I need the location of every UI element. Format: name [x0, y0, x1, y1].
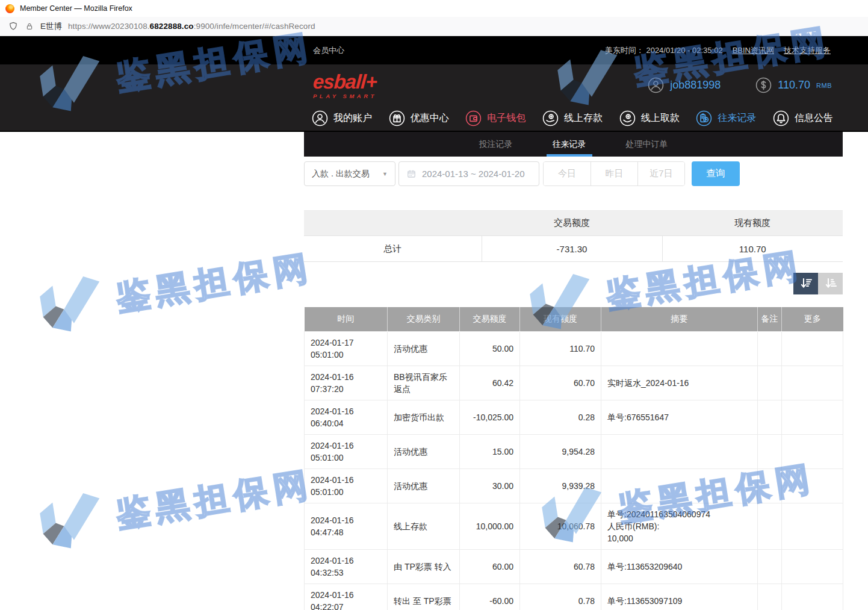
tech-support-link[interactable]: 技术支持服务: [784, 45, 831, 56]
address-url[interactable]: https://www20230108.6822888.co:9900/infe…: [68, 22, 315, 31]
gift-icon: [389, 110, 405, 126]
nav-item-deposit[interactable]: 线上存款: [542, 110, 603, 126]
cell-time: 2024-01-16 04:32:53: [305, 549, 388, 584]
top-strip: 会员中心 美东时间： 2024/01/20 - 02:35:02 BBIN资讯网…: [0, 36, 868, 64]
cell-memo: 实时返水_2024-01-16: [601, 366, 758, 400]
cell-balance: 110.70: [520, 331, 601, 366]
summary-header-transaction: 交易额度: [482, 211, 662, 236]
window-title: Member Center — Mozilla Firefox: [20, 4, 132, 13]
filter-row: 入款 . 出款交易 ▼ 2024-01-13 ~ 2024-01-20 今日 昨…: [304, 161, 843, 186]
calendar-icon: [406, 169, 417, 179]
cell-amount: 15.00: [460, 434, 520, 468]
cell-type: 线上存款: [388, 503, 460, 549]
header-note: 备注: [758, 307, 782, 331]
cell-type: 由 TP彩票 转入: [388, 549, 460, 584]
nav-item-my-account[interactable]: 我的账户: [312, 110, 372, 126]
sort-descending-button[interactable]: [793, 273, 818, 294]
cell-memo: [601, 468, 758, 503]
cell-note: [758, 503, 782, 549]
cell-time: 2024-01-16 05:01:00: [305, 434, 388, 468]
cell-memo: 单号:113653097109: [601, 584, 758, 610]
header-more: 更多: [782, 307, 843, 331]
shield-icon[interactable]: [8, 21, 19, 32]
nav-item-ewallet[interactable]: 电子钱包: [465, 110, 525, 126]
cell-more: [782, 468, 843, 503]
nav-item-transaction-records[interactable]: 往来记录: [696, 110, 756, 126]
logo-tagline: PLAY SMART: [313, 93, 377, 99]
url-bar[interactable]: E世博 https://www20230108.6822888.co:9900/…: [0, 17, 868, 36]
lock-icon[interactable]: [25, 22, 34, 31]
balance-amount: 110.70: [778, 79, 810, 92]
bbin-news-link[interactable]: BBIN资讯网: [733, 45, 774, 56]
nav-item-withdraw[interactable]: 线上取款: [619, 110, 680, 126]
cell-note: [758, 434, 782, 468]
cell-memo: [601, 331, 758, 366]
member-center-label[interactable]: 会员中心: [313, 45, 344, 56]
cell-type: 加密货币出款: [388, 400, 460, 434]
summary-balance-total: 110.70: [662, 236, 843, 262]
transaction-type-select[interactable]: 入款 . 出款交易 ▼: [304, 161, 395, 186]
cell-more: [782, 366, 843, 400]
tab-bet-records[interactable]: 投注记录: [473, 132, 519, 157]
watermark: 鉴黑担保网: [32, 236, 318, 341]
sort-controls: [304, 273, 843, 294]
logo-text: esball+: [312, 72, 377, 92]
date-range-input[interactable]: 2024-01-13 ~ 2024-01-20: [398, 161, 539, 186]
cell-time: 2024-01-16 04:47:48: [305, 503, 388, 549]
cell-time: 2024-01-16 07:37:20: [305, 366, 388, 400]
cell-memo: [601, 434, 758, 468]
cell-amount: -60.00: [460, 584, 520, 610]
esball-logo[interactable]: esball+ PLAY SMART: [313, 72, 377, 99]
balance-display[interactable]: 110.70 RMB: [755, 77, 832, 93]
last7days-button[interactable]: 近7日: [637, 162, 684, 185]
summary-table: 交易额度 现有额度 总计 -731.30 110.70: [304, 210, 843, 262]
cell-memo: 单号:676551647: [601, 400, 758, 434]
table-row: 2024-01-16 06:40:04 加密货币出款 -10,025.00 0.…: [305, 400, 843, 434]
window-titlebar: Member Center — Mozilla Firefox: [0, 0, 868, 17]
main-nav: 我的账户 优惠中心 电子钱包 线上存款 线上取款 往来记录 信息公告: [0, 106, 868, 132]
table-header-row: 时间 交易类别 交易额度 现有额度 摘要 备注 更多: [305, 307, 843, 331]
cell-amount: 60.42: [460, 366, 520, 400]
site-label: E世博: [40, 21, 62, 32]
header-type: 交易类别: [388, 307, 460, 331]
cell-time: 2024-01-16 05:01:00: [305, 468, 388, 503]
sort-ascending-button[interactable]: [818, 273, 843, 294]
search-button[interactable]: 查询: [692, 161, 740, 186]
nav-item-promotions[interactable]: 优惠中心: [389, 110, 449, 126]
chevron-down-icon: ▼: [382, 171, 388, 177]
today-button[interactable]: 今日: [544, 162, 591, 185]
cell-note: [758, 331, 782, 366]
cell-more: [782, 434, 843, 468]
table-row: 2024-01-16 04:47:48 线上存款 10,000.00 10,06…: [305, 503, 843, 549]
cell-type: 转出 至 TP彩票: [388, 584, 460, 610]
table-row: 2024-01-16 04:22:07 转出 至 TP彩票 -60.00 0.7…: [305, 584, 843, 610]
table-row: 2024-01-17 05:01:00 活动优惠 50.00 110.70: [305, 331, 843, 366]
header-time: 时间: [305, 307, 388, 331]
quick-date-group: 今日 昨日 近7日: [543, 161, 685, 186]
cell-note: [758, 549, 782, 584]
tab-transaction-records[interactable]: 往来记录: [547, 132, 592, 157]
records-icon: [696, 110, 712, 126]
site-header: esball+ PLAY SMART job881998 110.70 RMB: [0, 64, 868, 106]
tab-pending-orders[interactable]: 处理中订单: [620, 132, 674, 157]
cell-balance: 60.78: [520, 549, 601, 584]
withdraw-icon: [619, 110, 636, 126]
cell-balance: 0.28: [520, 400, 601, 434]
records-table: 时间 交易类别 交易额度 现有额度 摘要 备注 更多 2024-01-17 05…: [304, 307, 843, 610]
cell-note: [758, 584, 782, 610]
summary-row: 总计 -731.30 110.70: [304, 236, 843, 262]
cell-time: 2024-01-17 05:01:00: [305, 331, 388, 366]
header-balance: 现有额度: [520, 307, 601, 331]
cell-balance: 9,954.28: [520, 434, 601, 468]
summary-header-balance: 现有额度: [662, 211, 843, 236]
table-row: 2024-01-16 05:01:00 活动优惠 15.00 9,954.28: [305, 434, 843, 468]
user-account[interactable]: job881998: [648, 77, 721, 93]
cell-memo: 单号:113653209640: [601, 549, 758, 584]
summary-transaction-total: -731.30: [482, 236, 662, 262]
cell-more: [782, 503, 843, 549]
summary-header-empty: [304, 211, 482, 236]
nav-item-announcements[interactable]: 信息公告: [773, 110, 833, 126]
browser-window: Member Center — Mozilla Firefox E世博 http…: [0, 0, 868, 610]
firefox-icon: [5, 4, 14, 13]
yesterday-button[interactable]: 昨日: [591, 162, 637, 185]
